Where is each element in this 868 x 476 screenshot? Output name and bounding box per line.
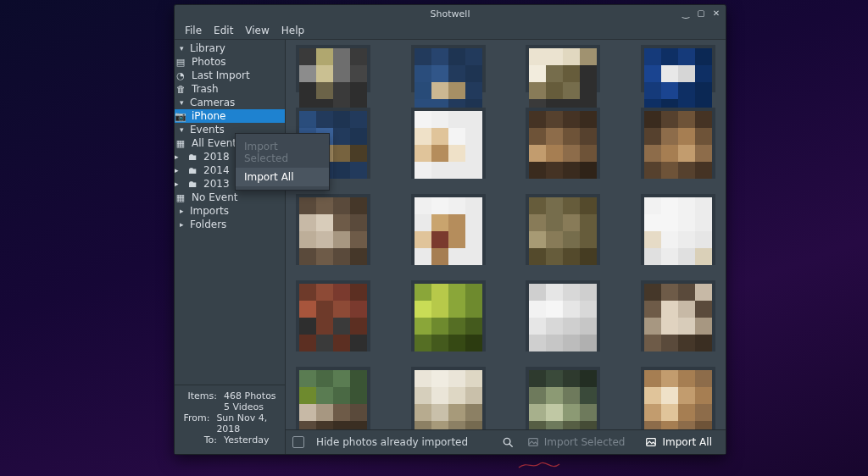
expander-icon: ▸: [175, 152, 181, 161]
decorative-glow: [517, 456, 568, 473]
clock-icon: ◔: [175, 69, 186, 81]
menu-file[interactable]: File: [180, 23, 207, 38]
close-button[interactable]: ✕: [710, 7, 722, 19]
svg-rect-2: [529, 439, 538, 446]
info-to-value: Yesterday: [224, 434, 269, 446]
main-panel: Hide photos already imported Import Sele…: [286, 40, 726, 454]
app-window: Shotwell ‿ ▢ ✕ File Edit View Help ▾ Lib…: [174, 4, 726, 455]
expander-icon: ▾: [180, 44, 186, 53]
thumbnail[interactable]: [526, 367, 600, 429]
thumbnail-grid[interactable]: [286, 40, 726, 429]
info-videos-value: 5 Videos: [224, 401, 264, 412]
expander-icon: ▸: [180, 207, 186, 215]
thumbnail[interactable]: [411, 280, 486, 351]
menu-help[interactable]: Help: [276, 23, 309, 38]
info-from-label: From:: [181, 412, 209, 434]
expander-icon: ▸: [175, 180, 181, 188]
trash-icon: 🗑: [175, 83, 186, 95]
import-selected-button[interactable]: Import Selected: [520, 434, 632, 451]
menu-edit[interactable]: Edit: [209, 23, 238, 38]
info-panel: Items: 468 Photos 5 Videos From: Sun Nov…: [175, 385, 285, 454]
import-all-icon: [645, 436, 657, 448]
folder-icon: 🖿: [186, 164, 198, 176]
thumbnail[interactable]: [641, 45, 715, 92]
window-title: Shotwell: [431, 8, 470, 19]
folder-icon: 🖿: [186, 151, 198, 163]
info-photos-value: 468 Photos: [224, 390, 276, 401]
info-items-label: Items:: [181, 390, 217, 401]
ctx-import-all[interactable]: Import All: [236, 168, 329, 186]
tree-section-imports[interactable]: ▸ Imports: [175, 204, 285, 218]
thumbnail[interactable]: [526, 45, 600, 92]
tree-section-folders[interactable]: ▸ Folders: [175, 218, 285, 231]
thumbnail[interactable]: [296, 367, 370, 429]
thumbnail[interactable]: [411, 367, 486, 429]
tree-item-iphone[interactable]: 📷 iPhone: [175, 109, 285, 123]
thumbnail[interactable]: [411, 108, 486, 179]
thumbnail[interactable]: [641, 280, 715, 351]
photos-icon: ▤: [175, 56, 186, 68]
thumbnail[interactable]: [411, 194, 486, 265]
expander-icon: ▾: [180, 125, 186, 134]
ctx-import-selected[interactable]: Import Selected: [236, 137, 329, 168]
thumbnail[interactable]: [296, 45, 370, 92]
info-to-label: To:: [181, 434, 217, 446]
thumbnail[interactable]: [641, 194, 715, 265]
menu-view[interactable]: View: [240, 23, 274, 38]
thumbnail[interactable]: [526, 280, 600, 351]
import-selected-icon: [527, 436, 539, 448]
thumbnail[interactable]: [526, 194, 600, 265]
svg-line-1: [509, 444, 512, 446]
tree-item-last-import[interactable]: ◔ Last Import: [175, 69, 285, 82]
thumbnail[interactable]: [296, 194, 370, 265]
tree-section-cameras[interactable]: ▾ Cameras: [175, 96, 285, 109]
folder-icon: 🖿: [186, 178, 198, 190]
info-from-value: Sun Nov 4, 2018: [216, 412, 278, 434]
camera-icon: 📷: [175, 110, 186, 122]
tree-item-trash[interactable]: 🗑 Trash: [175, 82, 285, 96]
context-menu: Import Selected Import All: [235, 133, 330, 191]
thumbnail[interactable]: [411, 45, 486, 92]
tree-item-photos[interactable]: ▤ Photos: [175, 55, 285, 69]
import-all-button[interactable]: Import All: [638, 434, 719, 451]
thumbnail[interactable]: [296, 280, 370, 351]
expander-icon: ▸: [175, 166, 181, 174]
expander-icon: ▾: [180, 98, 186, 107]
hide-imported-checkbox[interactable]: [292, 436, 304, 448]
sidebar-tree: ▾ Library ▤ Photos ◔ Last Import 🗑 Trash…: [175, 40, 285, 385]
events-icon: ▦: [175, 137, 186, 149]
sidebar: ▾ Library ▤ Photos ◔ Last Import 🗑 Trash…: [175, 40, 286, 454]
search-icon[interactable]: [502, 436, 514, 448]
tree-item-no-event[interactable]: ▦ No Event: [175, 191, 285, 204]
titlebar[interactable]: Shotwell ‿ ▢ ✕: [175, 5, 726, 22]
bottom-toolbar: Hide photos already imported Import Sele…: [286, 429, 726, 454]
maximize-button[interactable]: ▢: [695, 7, 707, 19]
tree-section-library[interactable]: ▾ Library: [175, 42, 285, 55]
expander-icon: ▸: [180, 220, 186, 229]
thumbnail[interactable]: [641, 367, 715, 429]
svg-rect-3: [647, 439, 656, 446]
thumbnail[interactable]: [641, 108, 715, 179]
hide-imported-label: Hide photos already imported: [316, 436, 468, 448]
menubar: File Edit View Help: [175, 22, 726, 40]
thumbnail[interactable]: [526, 108, 600, 179]
calendar-icon: ▦: [175, 191, 186, 203]
minimize-button[interactable]: ‿: [680, 7, 692, 19]
